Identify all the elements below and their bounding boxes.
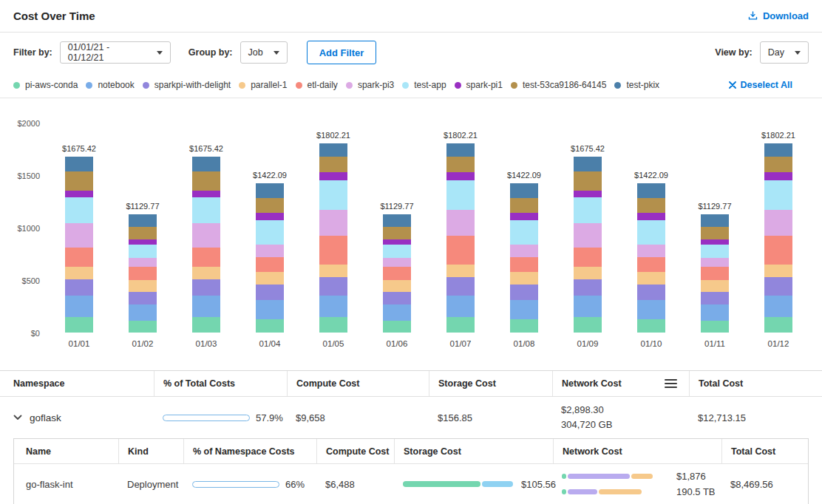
date-range-select[interactable]: 01/01/21 - 01/12/21	[60, 41, 171, 64]
bar-segment-parallel-1[interactable]	[701, 280, 729, 292]
bar-segment-test-53ca9186-64145[interactable]	[319, 157, 347, 172]
bar-segment-etl-daily[interactable]	[510, 257, 538, 272]
bar-segment-pi-aws-conda[interactable]	[383, 321, 411, 333]
bar-segment-notebook[interactable]	[192, 296, 220, 316]
stacked-bar-01/10[interactable]	[637, 183, 665, 333]
bar-segment-spark-pi3[interactable]	[701, 258, 729, 266]
bar-segment-test-53ca9186-64145[interactable]	[383, 227, 411, 239]
bar-segment-sparkpi-with-delight[interactable]	[637, 285, 665, 300]
stacked-bar-01/03[interactable]	[192, 157, 220, 333]
bar-segment-spark-pi1[interactable]	[65, 191, 93, 197]
legend-item-parallel-1[interactable]: parallel-1	[239, 80, 287, 90]
legend-item-notebook[interactable]: notebook	[86, 80, 134, 90]
bar-segment-notebook[interactable]	[510, 300, 538, 319]
bar-segment-spark-pi3[interactable]	[192, 223, 220, 248]
bar-segment-test-pkix[interactable]	[574, 157, 602, 171]
bar-segment-etl-daily[interactable]	[574, 248, 602, 267]
bar-segment-parallel-1[interactable]	[65, 267, 93, 279]
bar-segment-parallel-1[interactable]	[129, 280, 157, 292]
bar-segment-sparkpi-with-delight[interactable]	[129, 292, 157, 304]
bar-segment-pi-aws-conda[interactable]	[446, 317, 475, 333]
bar-segment-etl-daily[interactable]	[192, 248, 220, 267]
bar-segment-pi-aws-conda[interactable]	[192, 317, 220, 333]
bar-segment-pi-aws-conda[interactable]	[129, 321, 157, 333]
bar-segment-pi-aws-conda[interactable]	[319, 317, 347, 333]
bar-segment-spark-pi1[interactable]	[510, 213, 538, 220]
bar-segment-test-pkix[interactable]	[129, 214, 157, 228]
bar-segment-etl-daily[interactable]	[319, 236, 347, 264]
bar-segment-spark-pi3[interactable]	[129, 258, 157, 266]
namespace-cell[interactable]: goflask	[13, 412, 154, 423]
bar-segment-sparkpi-with-delight[interactable]	[192, 279, 220, 296]
column-settings-icon[interactable]	[665, 379, 677, 388]
stacked-bar-01/09[interactable]	[574, 157, 602, 333]
bar-segment-spark-pi3[interactable]	[383, 258, 411, 266]
legend-item-test-app[interactable]: test-app	[402, 80, 446, 90]
bar-segment-parallel-1[interactable]	[319, 265, 347, 277]
bar-segment-pi-aws-conda[interactable]	[701, 321, 729, 333]
bar-segment-notebook[interactable]	[574, 296, 602, 316]
bar-segment-spark-pi3[interactable]	[574, 223, 602, 248]
stacked-bar-01/01[interactable]	[65, 157, 93, 333]
bar-segment-pi-aws-conda[interactable]	[510, 319, 538, 333]
bar-segment-spark-pi1[interactable]	[319, 172, 347, 180]
stacked-bar-01/12[interactable]	[764, 143, 792, 333]
bar-segment-spark-pi1[interactable]	[637, 213, 665, 220]
bar-segment-parallel-1[interactable]	[510, 272, 538, 285]
bar-segment-notebook[interactable]	[319, 296, 347, 316]
bar-segment-test-app[interactable]	[637, 220, 665, 245]
bar-segment-test-pkix[interactable]	[192, 157, 220, 171]
bar-segment-spark-pi1[interactable]	[574, 191, 602, 197]
bar-segment-test-app[interactable]	[65, 197, 93, 224]
bar-segment-notebook[interactable]	[637, 300, 665, 319]
bar-segment-notebook[interactable]	[383, 304, 411, 321]
bar-segment-etl-daily[interactable]	[129, 267, 157, 280]
workload-name[interactable]: go-flask-int	[26, 479, 118, 490]
bar-segment-test-app[interactable]	[764, 180, 792, 210]
legend-item-spark-pi1[interactable]: spark-pi1	[455, 80, 503, 90]
legend-item-sparkpi-with-delight[interactable]: sparkpi-with-delight	[143, 80, 231, 90]
bar-segment-pi-aws-conda[interactable]	[574, 317, 602, 333]
bar-segment-test-53ca9186-64145[interactable]	[65, 171, 93, 191]
bar-segment-test-53ca9186-64145[interactable]	[574, 171, 602, 191]
legend-item-test-pkix[interactable]: test-pkix	[614, 80, 659, 90]
bar-segment-spark-pi3[interactable]	[256, 245, 284, 257]
bar-segment-notebook[interactable]	[701, 304, 729, 321]
bar-segment-test-app[interactable]	[129, 245, 157, 258]
bar-segment-test-pkix[interactable]	[701, 214, 729, 228]
bar-segment-test-pkix[interactable]	[764, 143, 792, 156]
bar-segment-notebook[interactable]	[65, 296, 93, 316]
bar-segment-spark-pi1[interactable]	[256, 213, 284, 220]
add-filter-button[interactable]: Add Filter	[307, 41, 377, 64]
legend-item-etl-daily[interactable]: etl-daily	[296, 80, 338, 90]
bar-segment-etl-daily[interactable]	[701, 267, 729, 280]
bar-segment-notebook[interactable]	[446, 296, 475, 316]
bar-segment-test-53ca9186-64145[interactable]	[446, 157, 475, 172]
bar-segment-test-app[interactable]	[446, 180, 475, 210]
group-by-select[interactable]: Job	[240, 41, 288, 64]
bar-segment-sparkpi-with-delight[interactable]	[701, 292, 729, 304]
bar-segment-etl-daily[interactable]	[637, 257, 665, 272]
bar-segment-sparkpi-with-delight[interactable]	[383, 292, 411, 304]
bar-segment-test-app[interactable]	[192, 197, 220, 224]
bar-segment-test-53ca9186-64145[interactable]	[764, 157, 792, 172]
bar-segment-test-53ca9186-64145[interactable]	[637, 198, 665, 213]
bar-segment-test-app[interactable]	[574, 197, 602, 224]
bar-segment-etl-daily[interactable]	[764, 236, 792, 264]
bar-segment-test-app[interactable]	[701, 245, 729, 258]
bar-segment-spark-pi3[interactable]	[764, 210, 792, 236]
stacked-bar-01/06[interactable]	[383, 214, 411, 333]
bar-segment-sparkpi-with-delight[interactable]	[510, 285, 538, 300]
stacked-bar-01/07[interactable]	[446, 143, 475, 333]
bar-segment-etl-daily[interactable]	[65, 248, 93, 267]
bar-segment-test-pkix[interactable]	[319, 143, 347, 156]
bar-segment-parallel-1[interactable]	[637, 272, 665, 285]
bar-segment-parallel-1[interactable]	[446, 265, 475, 277]
bar-segment-spark-pi1[interactable]	[192, 191, 220, 197]
bar-segment-parallel-1[interactable]	[192, 267, 220, 279]
chevron-down-icon[interactable]	[13, 415, 22, 420]
bar-segment-test-pkix[interactable]	[383, 214, 411, 228]
bar-segment-test-pkix[interactable]	[446, 143, 475, 156]
stacked-bar-01/11[interactable]	[701, 214, 729, 333]
bar-segment-spark-pi3[interactable]	[446, 210, 475, 236]
